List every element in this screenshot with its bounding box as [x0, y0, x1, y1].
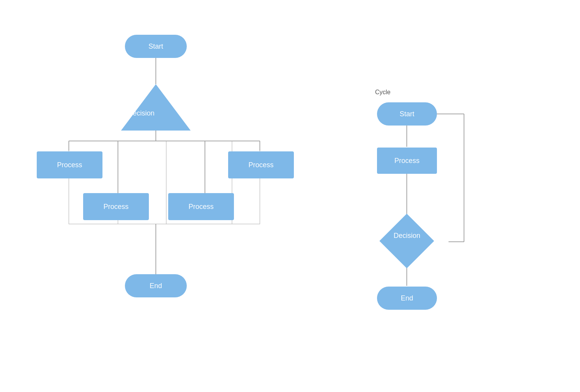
cycle-title: Cycle	[375, 89, 391, 96]
main-process3-label: Process	[103, 203, 128, 211]
main-process1-node: Process	[37, 151, 102, 178]
main-process3-node: Process	[83, 193, 149, 220]
main-start-label: Start	[148, 42, 163, 51]
main-end-label: End	[150, 282, 162, 290]
main-start-node: Start	[125, 35, 187, 58]
main-process4-label: Process	[188, 203, 213, 211]
cycle-decision-container: Decision	[381, 225, 433, 258]
cycle-end-node: End	[377, 287, 437, 310]
diagram-container: Start Decision Process Process Process P…	[0, 0, 580, 392]
cycle-end-label: End	[401, 294, 413, 302]
main-decision-triangle	[121, 84, 191, 131]
cycle-process-label: Process	[394, 157, 420, 165]
main-end-node: End	[125, 274, 187, 297]
cycle-process-node: Process	[377, 148, 437, 174]
cycle-start-node: Start	[377, 102, 437, 126]
main-process2-label: Process	[248, 161, 273, 169]
main-process1-label: Process	[57, 161, 82, 169]
cycle-start-label: Start	[399, 110, 414, 118]
main-process4-node: Process	[168, 193, 234, 220]
main-process2-node: Process	[228, 151, 294, 178]
